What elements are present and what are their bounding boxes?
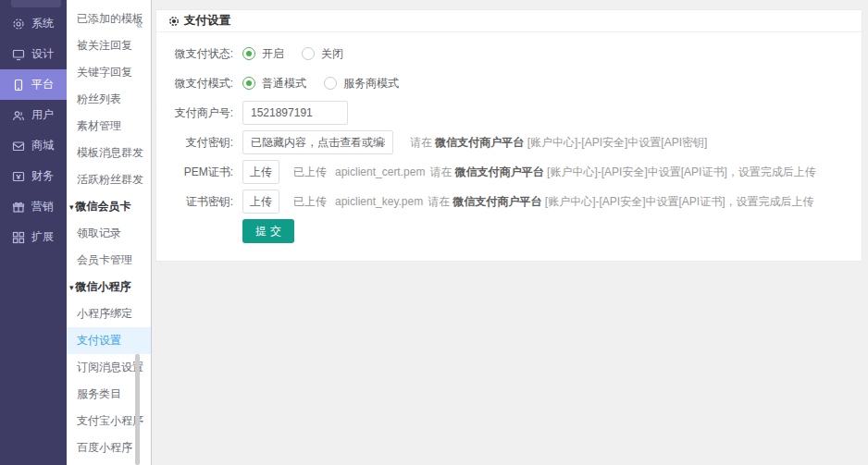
rail-item-mall[interactable]: 商城 xyxy=(0,130,67,161)
submit-button[interactable]: 提交 xyxy=(242,219,294,243)
rail-item-label: 营销 xyxy=(31,199,54,214)
radio-pay-mode-provider[interactable] xyxy=(324,77,337,90)
form-row-merchant-id: 支付商户号: xyxy=(156,101,862,125)
sidebar-item-follow-reply[interactable]: 被关注回复 xyxy=(67,32,151,59)
field-label: 微支付模式: xyxy=(156,76,233,92)
pem-cert-hint: 请在 微信支付商户平台 [账户中心]-[API安全]中设置[API证书]，设置完… xyxy=(429,165,815,180)
sidebar-item-payment-settings[interactable]: 支付设置 xyxy=(67,327,151,354)
radio-label: 开启 xyxy=(262,46,284,62)
mobile-icon xyxy=(12,79,25,92)
radio-pay-status-off[interactable] xyxy=(302,47,315,60)
radio-label: 服务商模式 xyxy=(343,76,399,92)
sidebar-group-wechat-miniprogram[interactable]: ▾微信小程序 xyxy=(67,274,151,300)
admin-app: 系统 设计 平台 xyxy=(0,0,868,465)
radio-label: 关闭 xyxy=(321,46,343,62)
wechat-pay-platform-text: 微信支付商户平台 xyxy=(455,165,544,178)
sidebar-item-receive-records[interactable]: 领取记录 xyxy=(67,220,151,247)
collapse-sidebar-icon[interactable]: « xyxy=(136,18,143,31)
caret-down-icon: ▾ xyxy=(69,202,74,212)
primary-sidebar: 系统 设计 平台 xyxy=(0,0,67,465)
field-label: 证书密钥: xyxy=(156,194,233,210)
uploaded-filename: apiclient_cert.pem xyxy=(335,165,425,178)
sidebar-item-template-message-send[interactable]: 模板消息群发 xyxy=(67,140,151,166)
rail-item-platform[interactable]: 平台 xyxy=(0,69,67,100)
form-row-cert-key: 证书密钥: 上传 已上传 apiclient_key.pem 请在 微信支付商户… xyxy=(156,190,862,214)
uploaded-filename: apiclient_key.pem xyxy=(335,195,423,208)
form-row-pay-key: 支付密钥: 请在 微信支付商户平台 [账户中心]-[API安全]中设置[API密… xyxy=(156,130,862,154)
rail-item-label: 扩展 xyxy=(31,229,54,245)
caret-down-icon: ▾ xyxy=(69,283,74,292)
rail-item-label: 系统 xyxy=(31,16,54,31)
panel-header: 支付设置 xyxy=(156,10,862,32)
pay-key-input[interactable] xyxy=(242,130,393,154)
wechat-pay-platform-text: 微信支付商户平台 xyxy=(435,136,524,149)
rail-top-highlight xyxy=(11,0,61,7)
rail-item-user[interactable]: 用户 xyxy=(0,100,67,130)
sidebar-group-label: 微信会员卡 xyxy=(76,200,131,213)
sidebar-item-keyword-reply[interactable]: 关键字回复 xyxy=(67,59,151,86)
payment-settings-panel: 支付设置 微支付状态: 开启 关闭 微支付模式: 普通模 xyxy=(155,9,862,262)
panel-title: 支付设置 xyxy=(184,13,230,29)
sidebar-item-active-fans-send[interactable]: 活跃粉丝群发 xyxy=(67,166,151,193)
finance-icon xyxy=(12,170,25,183)
users-icon xyxy=(12,109,25,122)
rail-item-label: 平台 xyxy=(31,77,54,92)
payment-form: 微支付状态: 开启 关闭 微支付模式: 普通模式 服务商模式 xyxy=(156,32,862,243)
sidebar-scrollbar[interactable] xyxy=(135,354,140,465)
merchant-id-input[interactable] xyxy=(242,101,348,125)
monitor-icon xyxy=(12,48,25,61)
rail-item-label: 商城 xyxy=(31,138,54,153)
rail-item-extension[interactable]: 扩展 xyxy=(0,222,67,252)
gear-icon xyxy=(12,18,25,31)
rail-item-label: 财务 xyxy=(31,168,54,184)
pem-cert-upload-button[interactable]: 上传 xyxy=(242,160,279,184)
rail-item-system[interactable]: 系统 xyxy=(0,8,67,39)
pay-key-hint: 请在 微信支付商户平台 [账户中心]-[API安全]中设置[API密钥] xyxy=(410,135,707,151)
sidebar-item-miniprogram-bind[interactable]: 小程序绑定 xyxy=(67,300,151,327)
mall-icon xyxy=(12,140,25,153)
cert-key-upload-button[interactable]: 上传 xyxy=(242,190,279,214)
upload-status: 已上传 xyxy=(293,165,327,180)
field-label: 微支付状态: xyxy=(156,46,233,62)
form-row-pay-mode: 微支付模式: 普通模式 服务商模式 xyxy=(156,71,862,95)
sidebar-item-fans-list[interactable]: 粉丝列表 xyxy=(67,86,151,113)
form-row-pay-status: 微支付状态: 开启 关闭 xyxy=(156,42,862,66)
sidebar-item-member-card-manage[interactable]: 会员卡管理 xyxy=(67,247,151,274)
radio-pay-mode-normal[interactable] xyxy=(242,77,255,90)
form-row-submit: 提交 xyxy=(156,219,862,243)
rail-item-finance[interactable]: 财务 xyxy=(0,161,67,191)
field-label: 支付商户号: xyxy=(156,105,233,121)
radio-label: 普通模式 xyxy=(262,76,306,92)
secondary-sidebar: « 已添加的模板 被关注回复 关键字回复 粉丝列表 素材管理 模板消息群发 活跃… xyxy=(67,0,152,465)
wechat-pay-platform-text: 微信支付商户平台 xyxy=(453,195,542,208)
rail-item-marketing[interactable]: 营销 xyxy=(0,191,67,222)
rail-item-label: 设计 xyxy=(31,46,54,62)
radio-pay-status-on[interactable] xyxy=(242,47,255,60)
sidebar-group-wechat-member-card[interactable]: ▾微信会员卡 xyxy=(67,193,151,220)
rail-item-label: 用户 xyxy=(31,107,54,123)
gift-icon xyxy=(12,201,25,214)
field-label: 支付密钥: xyxy=(156,135,233,151)
main-content: 支付设置 微支付状态: 开启 关闭 微支付模式: 普通模 xyxy=(152,0,868,465)
form-row-pem-cert: PEM证书: 上传 已上传 apiclient_cert.pem 请在 微信支付… xyxy=(156,160,862,184)
gear-icon xyxy=(168,16,180,27)
rail-item-design[interactable]: 设计 xyxy=(0,39,67,69)
field-label: PEM证书: xyxy=(156,165,233,180)
upload-status: 已上传 xyxy=(293,194,327,210)
grid-icon xyxy=(12,231,25,244)
sidebar-item-material-manage[interactable]: 素材管理 xyxy=(67,113,151,140)
cert-key-hint: 请在 微信支付商户平台 [账户中心]-[API安全]中设置[API证书]，设置完… xyxy=(428,194,813,210)
sidebar-group-label: 微信小程序 xyxy=(76,280,131,293)
